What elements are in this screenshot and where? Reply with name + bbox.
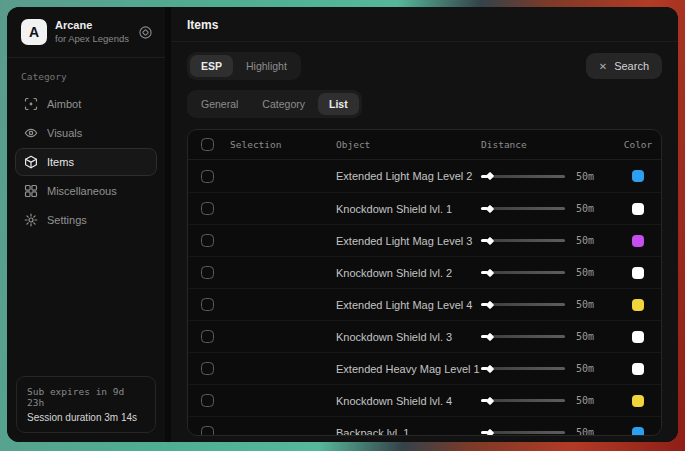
row-checkbox[interactable] bbox=[201, 170, 214, 183]
view-tab-list[interactable]: List bbox=[318, 93, 359, 115]
sidebar-item-settings[interactable]: Settings bbox=[15, 206, 157, 234]
object-name: Extended Light Mag Level 4 bbox=[336, 299, 481, 311]
color-swatch[interactable] bbox=[632, 395, 644, 407]
sidebar-nav: Aimbot Visuals Items Miscellaneous Setti… bbox=[7, 90, 165, 234]
settings-icon bbox=[24, 213, 38, 227]
view-tabs-row: General Category List bbox=[171, 82, 678, 120]
column-header-color: Color bbox=[615, 139, 661, 150]
object-name: Extended Light Mag Level 2 bbox=[336, 170, 481, 182]
row-checkbox[interactable] bbox=[201, 266, 214, 279]
search-button-label: Search bbox=[614, 60, 649, 72]
select-all-checkbox[interactable] bbox=[201, 138, 214, 151]
miscellaneous-icon bbox=[24, 184, 38, 198]
tab-esp[interactable]: ESP bbox=[190, 55, 233, 77]
items-table: Selection Object Distance Color Extended… bbox=[187, 129, 662, 436]
app-logo: A bbox=[21, 19, 47, 45]
main-panel: Items ESP Highlight ✕ Search General Cat… bbox=[171, 7, 678, 442]
app-name: Arcane bbox=[55, 19, 130, 33]
row-checkbox[interactable] bbox=[201, 394, 214, 407]
row-checkbox[interactable] bbox=[201, 330, 214, 343]
session-status-box: Sub expires in 9d 23h Session duration 3… bbox=[16, 376, 156, 433]
distance-slider[interactable] bbox=[481, 367, 565, 370]
distance-slider[interactable] bbox=[481, 239, 565, 242]
distance-value: 50m bbox=[576, 299, 594, 310]
distance-slider[interactable] bbox=[481, 303, 565, 306]
view-tab-group: General Category List bbox=[187, 90, 362, 118]
slider-thumb[interactable] bbox=[486, 268, 494, 276]
sidebar-item-aimbot[interactable]: Aimbot bbox=[15, 90, 157, 118]
view-tab-category[interactable]: Category bbox=[251, 93, 316, 115]
row-checkbox[interactable] bbox=[201, 202, 214, 215]
color-swatch[interactable] bbox=[632, 267, 644, 279]
color-swatch[interactable] bbox=[632, 235, 644, 247]
search-button[interactable]: ✕ Search bbox=[586, 53, 662, 79]
object-name: Knockdown Shield lvl. 1 bbox=[336, 203, 481, 215]
sidebar-item-visuals[interactable]: Visuals bbox=[15, 119, 157, 147]
distance-value: 50m bbox=[576, 267, 594, 278]
slider-thumb[interactable] bbox=[486, 428, 494, 436]
row-checkbox[interactable] bbox=[201, 298, 214, 311]
slider-thumb[interactable] bbox=[486, 172, 494, 180]
row-checkbox[interactable] bbox=[201, 362, 214, 375]
aimbot-icon bbox=[24, 97, 38, 111]
sidebar-item-label: Miscellaneous bbox=[47, 185, 117, 197]
object-name: Knockdown Shield lvl. 4 bbox=[336, 395, 481, 407]
sidebar-header: A Arcane for Apex Legends bbox=[7, 7, 165, 58]
page-title: Items bbox=[187, 18, 662, 32]
object-name: Extended Light Mag Level 3 bbox=[336, 235, 481, 247]
object-name: Backpack lvl. 1 bbox=[336, 427, 481, 437]
table-row: Extended Light Mag Level 2 50m bbox=[188, 160, 661, 192]
table-row: Extended Light Mag Level 3 50m bbox=[188, 224, 661, 256]
row-checkbox[interactable] bbox=[201, 234, 214, 247]
color-swatch[interactable] bbox=[632, 427, 644, 437]
distance-value: 50m bbox=[576, 235, 594, 246]
table-row: Backpack lvl. 1 50m bbox=[188, 416, 661, 436]
table-row: Knockdown Shield lvl. 3 50m bbox=[188, 320, 661, 352]
distance-value: 50m bbox=[576, 363, 594, 374]
table-body: Extended Light Mag Level 2 50m Knockdown… bbox=[188, 160, 661, 436]
distance-slider[interactable] bbox=[481, 335, 565, 338]
distance-slider[interactable] bbox=[481, 271, 565, 274]
color-swatch[interactable] bbox=[632, 170, 644, 182]
slider-thumb[interactable] bbox=[486, 236, 494, 244]
object-name: Knockdown Shield lvl. 3 bbox=[336, 331, 481, 343]
sidebar: A Arcane for Apex Legends Category Aimbo… bbox=[7, 7, 171, 442]
column-header-object: Object bbox=[336, 139, 481, 150]
slider-thumb[interactable] bbox=[486, 364, 494, 372]
pin-icon[interactable] bbox=[138, 25, 153, 40]
category-label: Category bbox=[7, 58, 165, 90]
sub-expires-text: Sub expires in 9d 23h bbox=[27, 386, 145, 408]
distance-value: 50m bbox=[576, 395, 594, 406]
object-name: Extended Heavy Mag Level 1 bbox=[336, 363, 481, 375]
column-header-distance: Distance bbox=[481, 139, 615, 150]
color-swatch[interactable] bbox=[632, 331, 644, 343]
distance-slider[interactable] bbox=[481, 207, 565, 210]
slider-thumb[interactable] bbox=[486, 204, 494, 212]
distance-slider[interactable] bbox=[481, 175, 565, 178]
distance-slider[interactable] bbox=[481, 431, 565, 434]
distance-value: 50m bbox=[576, 203, 594, 214]
slider-thumb[interactable] bbox=[486, 332, 494, 340]
app-subtitle: for Apex Legends bbox=[55, 33, 130, 45]
slider-thumb[interactable] bbox=[486, 300, 494, 308]
main-header: Items bbox=[171, 7, 678, 42]
color-swatch[interactable] bbox=[632, 203, 644, 215]
search-shortcut-icon: ✕ bbox=[599, 61, 607, 72]
app-window: A Arcane for Apex Legends Category Aimbo… bbox=[7, 7, 678, 442]
view-tab-general[interactable]: General bbox=[190, 93, 249, 115]
mode-tab-group: ESP Highlight bbox=[187, 52, 301, 80]
table-row: Knockdown Shield lvl. 4 50m bbox=[188, 384, 661, 416]
distance-value: 50m bbox=[576, 427, 594, 436]
color-swatch[interactable] bbox=[632, 363, 644, 375]
distance-value: 50m bbox=[576, 171, 594, 182]
slider-thumb[interactable] bbox=[486, 396, 494, 404]
column-header-selection: Selection bbox=[230, 139, 336, 150]
sidebar-item-miscellaneous[interactable]: Miscellaneous bbox=[15, 177, 157, 205]
table-header-row: Selection Object Distance Color bbox=[188, 130, 661, 160]
row-checkbox[interactable] bbox=[201, 426, 214, 436]
table-row: Knockdown Shield lvl. 2 50m bbox=[188, 256, 661, 288]
tab-highlight[interactable]: Highlight bbox=[235, 55, 298, 77]
color-swatch[interactable] bbox=[632, 299, 644, 311]
distance-slider[interactable] bbox=[481, 399, 565, 402]
sidebar-item-items[interactable]: Items bbox=[15, 148, 157, 176]
